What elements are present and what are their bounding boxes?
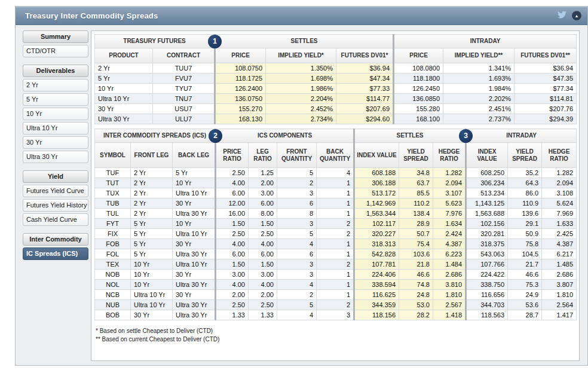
ics-cell: 116.625 (354, 290, 399, 300)
ics-cell: 1.50 (216, 219, 249, 229)
ics-cell: 4.00 (216, 178, 249, 188)
ics-cell: Ultra 30 Yr (173, 300, 216, 310)
ics-cell: 1,142.969 (354, 198, 399, 209)
ics-cell: 2.50 (216, 168, 249, 178)
sidebar-item-ic-spreads-ics-[interactable]: IC Spreads (ICS) (23, 247, 88, 260)
futures-cell: 2.204% (266, 94, 336, 104)
futures-cell: Ultra 10 Yr (95, 94, 153, 104)
ics-cell: 1 (317, 249, 354, 259)
footnote-line: * Based on settle Cheapest to Deliver (C… (96, 327, 576, 335)
ics-cell: 4 (277, 280, 317, 290)
sidebar-section-gap (23, 59, 88, 65)
sidebar-section-header-yield: Yield (23, 170, 88, 183)
sidebar-item-ctd-otr[interactable]: CTD/OTR (23, 45, 88, 57)
sidebar-item-ultra-30-yr[interactable]: Ultra 30 Yr (23, 151, 88, 163)
ics-row: FIX5 YrUltra 10 Yr2.502.5052320.22750.72… (95, 229, 577, 239)
ics-cell: 2 (317, 259, 354, 270)
sidebar-item-2-yr[interactable]: 2 Yr (23, 79, 88, 91)
ics-cell: 2.425 (542, 229, 577, 239)
sidebar-section-header-summary: Summary (23, 30, 88, 43)
sidebar-item-5-yr[interactable]: 5 Yr (23, 93, 88, 106)
futures-row: 2 YrTUU7108.07501.350%$36.94108.08001.34… (95, 63, 577, 74)
sidebar-item-30-yr[interactable]: 30 Yr (23, 136, 88, 149)
ics-cell: 2.567 (433, 300, 466, 310)
ics-cell: 12.00 (216, 198, 249, 209)
ics-cell: 75.8 (508, 239, 542, 249)
ics-column-header: SYMBOL (95, 143, 131, 168)
futures-row: Ultra 10 YrTNU7136.07502.204%$114.77136.… (95, 94, 577, 104)
futures-cell: $207.69 (336, 104, 394, 114)
ics-row: TUX2 YrUltra 10 Yr6.003.0031513.17285.53… (95, 188, 577, 198)
ics-cell: 6 (277, 249, 317, 259)
sidebar-section-header-deliverables: Deliverables (23, 65, 88, 77)
ics-cell: 10 Yr (173, 219, 216, 229)
sidebar-item-ultra-10-yr[interactable]: Ultra 10 Yr (23, 122, 88, 134)
ics-cell: 75.3 (508, 280, 542, 290)
ics-cell: 2.50 (216, 300, 249, 310)
futures-cell: 1.986% (266, 84, 336, 94)
twitter-share-button[interactable] (556, 10, 568, 21)
ics-cell: 50.9 (508, 229, 542, 239)
ics-cell: 2.094 (433, 178, 466, 188)
ics-cell: 1.33 (216, 310, 249, 320)
ics-cell: 4.00 (249, 280, 277, 290)
ics-row: NUBUltra 10 YrUltra 30 Yr2.502.5052344.3… (95, 300, 577, 310)
futures-cell: $114.81 (514, 94, 577, 104)
ics-cell: 4.00 (249, 239, 277, 249)
ics-cell: TUX (95, 188, 131, 198)
collapse-panel-button[interactable]: ▲ (572, 11, 581, 20)
futures-group-header: SETTLES1 (215, 35, 394, 48)
ics-cell: 2 (317, 219, 354, 229)
ics-row: NOL10 YrUltra 30 Yr4.004.0041338.59474.8… (95, 280, 577, 290)
ics-cell: 10 Yr (131, 259, 173, 270)
ics-cell: 4 (277, 239, 317, 249)
ics-row: TUL2 YrUltra 30 Yr16.008.00811,563.34413… (95, 209, 577, 219)
futures-cell: $47.34 (336, 74, 394, 84)
ics-cell: 1.484 (433, 259, 466, 270)
ics-cell: 1.50 (249, 219, 277, 229)
ics-group-label: ICS COMPONENTS (258, 132, 312, 139)
futures-row: 10 YrTYU7126.24001.986%$77.33126.24501.9… (95, 84, 577, 94)
ics-cell: 30 Yr (173, 270, 216, 280)
ics-cell: 24.9 (508, 290, 542, 300)
ics-cell: 3 (277, 188, 317, 198)
futures-cell: 155.270 (215, 104, 266, 114)
ics-cell: 7.969 (542, 209, 577, 219)
ics-group-label: INTRADAY (506, 132, 537, 139)
ics-cell: 46.6 (508, 270, 542, 280)
ics-cell: TEX (95, 259, 131, 270)
ics-group-label: INTER COMMODITY SPREADS (ICS) (103, 132, 206, 139)
ics-cell: 10 Yr (131, 270, 173, 280)
futures-column-header: FUTURES DV01* (336, 48, 394, 63)
sidebar-item-futures-yield-curve[interactable]: Futures Yield Curve (23, 185, 88, 197)
ics-cell: 2 Yr (131, 168, 173, 178)
futures-group-label: TREASURY FUTURES (123, 38, 185, 44)
ics-cell: 50.7 (399, 229, 433, 239)
ics-group-header: INTRADAY3 (466, 129, 577, 143)
ics-cell: 6.00 (216, 188, 249, 198)
futures-cell: 30 Yr (95, 104, 153, 114)
futures-cell: 2 Yr (95, 63, 153, 74)
sidebar-item-futures-yield-history[interactable]: Futures Yield History (23, 199, 88, 212)
futures-cell: 1.698% (266, 74, 336, 84)
ics-cell: 3.00 (216, 270, 249, 280)
sidebar-item-10-yr[interactable]: 10 Yr (23, 108, 88, 120)
ics-cell: BOB (95, 310, 131, 320)
futures-cell: 136.0750 (215, 94, 266, 104)
chevron-up-icon: ▲ (575, 14, 579, 18)
ics-cell: 116.656 (466, 290, 508, 300)
ics-row: TUF2 Yr5 Yr2.501.2554608.18834.81.282608… (95, 168, 577, 178)
ics-row: FOL5 YrUltra 30 Yr6.006.0061542.828103.6… (95, 249, 577, 259)
ics-cell: 1 (317, 209, 354, 219)
footnote-line: ** Based on current Cheapest to Deliver … (96, 335, 576, 344)
ics-cell: 21.8 (399, 259, 433, 270)
ics-cell: 5 Yr (131, 219, 173, 229)
ics-cell: 3.108 (542, 188, 577, 198)
ics-cell: 4.00 (216, 280, 249, 290)
ics-cell: 5.624 (542, 198, 577, 209)
ics-cell: 1.282 (542, 168, 577, 178)
sidebar-item-cash-yield-curve[interactable]: Cash Yield Curve (23, 213, 88, 226)
ics-cell: 53.6 (508, 300, 542, 310)
ics-cell: 110.2 (399, 198, 433, 209)
treasury-futures-table: TREASURY FUTURESSETTLES1INTRADAYPRODUCTC… (94, 34, 577, 124)
